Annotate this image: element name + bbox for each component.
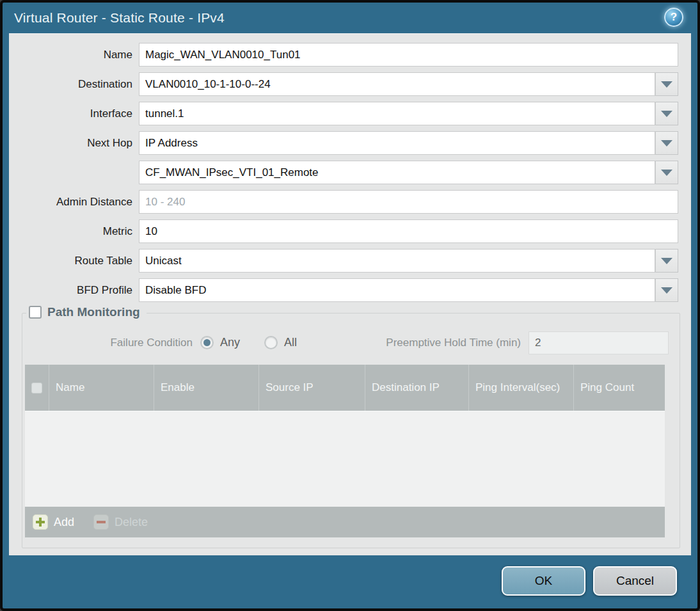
interface-dropdown-button[interactable] — [655, 102, 678, 125]
admin-distance-input[interactable] — [139, 190, 678, 214]
column-header-ping-interval[interactable]: Ping Interval(sec) — [469, 365, 574, 411]
column-header-enable[interactable]: Enable — [154, 365, 259, 411]
column-header-name[interactable]: Name — [49, 365, 154, 411]
destination-label: Destination — [9, 78, 139, 91]
form-row-destination: Destination — [9, 72, 678, 96]
nexthop-value-dropdown-button[interactable] — [655, 161, 678, 184]
table-header-row: Name Enable Source IP Destination IP Pin… — [25, 365, 665, 411]
table-body-empty — [25, 411, 665, 507]
form-row-admin-distance: Admin Distance — [9, 190, 678, 214]
select-all-checkbox[interactable] — [31, 383, 42, 393]
bfd-profile-select[interactable] — [139, 278, 655, 302]
nexthop-type-select[interactable] — [139, 131, 655, 155]
radio-all-label: All — [284, 336, 297, 349]
nexthop-label: Next Hop — [9, 137, 139, 150]
column-header-destination-ip[interactable]: Destination IP — [365, 365, 469, 411]
route-table-select[interactable] — [139, 249, 655, 273]
chevron-down-icon — [661, 111, 672, 117]
table-footer: Add Delete — [25, 507, 665, 537]
dialog-body: Name Destination Interface Next Hop — [9, 33, 691, 555]
column-header-source-ip[interactable]: Source IP — [259, 365, 365, 411]
add-button[interactable]: Add — [33, 514, 74, 530]
delete-button-label: Delete — [115, 516, 148, 529]
admin-distance-label: Admin Distance — [9, 196, 139, 209]
form-row-bfd-profile: BFD Profile — [9, 278, 678, 302]
bfd-profile-dropdown-button[interactable] — [655, 278, 678, 302]
form-row-metric: Metric — [9, 219, 678, 243]
path-monitoring-checkbox[interactable] — [29, 306, 42, 319]
chevron-down-icon — [661, 287, 672, 294]
plus-icon — [33, 514, 48, 530]
failure-condition-label: Failure Condition — [37, 337, 200, 349]
form-row-route-table: Route Table — [9, 249, 678, 273]
path-monitoring-table: Name Enable Source IP Destination IP Pin… — [25, 365, 665, 537]
cancel-button[interactable]: Cancel — [593, 566, 677, 596]
form-row-name: Name — [9, 43, 678, 67]
preemptive-hold-time-label: Preemptive Hold Time (min) — [386, 337, 529, 349]
ok-button[interactable]: OK — [502, 566, 585, 596]
radio-any-label: Any — [220, 336, 240, 349]
nexthop-value-select[interactable] — [139, 161, 655, 184]
metric-input[interactable] — [139, 219, 678, 243]
path-monitoring-legend: Path Monitoring — [26, 305, 147, 319]
delete-button[interactable]: Delete — [93, 514, 148, 530]
form-row-interface: Interface — [9, 102, 678, 125]
interface-select[interactable] — [139, 102, 655, 125]
chevron-down-icon — [661, 81, 672, 88]
metric-label: Metric — [9, 225, 139, 238]
form-row-nexthop-value — [9, 161, 678, 184]
radio-all[interactable]: All — [264, 336, 297, 349]
route-table-dropdown-button[interactable] — [655, 249, 678, 273]
path-monitoring-group: Path Monitoring Failure Condition Any Al… — [22, 313, 680, 548]
radio-selected-icon — [200, 336, 214, 349]
destination-dropdown-button[interactable] — [655, 72, 678, 96]
route-table-label: Route Table — [9, 255, 139, 267]
chevron-down-icon — [661, 140, 672, 147]
radio-unselected-icon — [264, 336, 278, 349]
form-row-nexthop: Next Hop — [9, 131, 678, 155]
chevron-down-icon — [661, 258, 672, 264]
preemptive-hold-time-input[interactable] — [529, 331, 669, 354]
name-label: Name — [9, 49, 139, 61]
name-input[interactable] — [139, 43, 678, 67]
failure-condition-row: Failure Condition Any All Preemptive Hol… — [37, 331, 671, 354]
static-route-dialog: Virtual Router - Static Route - IPv4 ? N… — [0, 0, 700, 611]
bfd-profile-label: BFD Profile — [9, 284, 139, 297]
chevron-down-icon — [661, 170, 672, 176]
nexthop-type-dropdown-button[interactable] — [655, 131, 678, 155]
help-icon[interactable]: ? — [664, 8, 683, 27]
column-header-ping-count[interactable]: Ping Count — [574, 365, 665, 411]
dialog-titlebar: Virtual Router - Static Route - IPv4 ? — [3, 3, 697, 33]
path-monitoring-title: Path Monitoring — [47, 305, 140, 319]
radio-any[interactable]: Any — [200, 336, 240, 349]
dialog-title: Virtual Router - Static Route - IPv4 — [14, 10, 225, 26]
interface-label: Interface — [9, 107, 139, 120]
table-header-checkbox-cell — [25, 365, 49, 411]
destination-select[interactable] — [139, 72, 655, 96]
add-button-label: Add — [54, 516, 74, 529]
minus-icon — [93, 514, 109, 530]
